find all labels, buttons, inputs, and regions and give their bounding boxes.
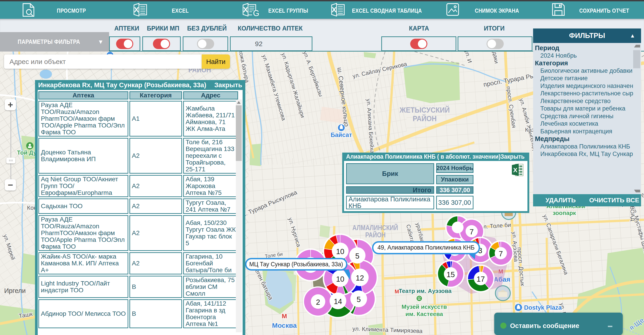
svg-text:X: X [332,6,336,14]
svg-text:зоопарк: зоопарк [552,210,576,216]
svg-text:МЦ Тау Сункар (Розыбакиева, 33: МЦ Тау Сункар (Розыбакиева, 33а) [250,261,343,268]
svg-text:ВОАД: ВОАД [629,206,636,221]
svg-text:им. Кастеева: им. Кастеева [406,310,443,317]
svg-text:G: G [253,9,259,17]
svg-text:10: 10 [336,275,344,283]
svg-text:10: 10 [336,247,344,256]
svg-text:5: 5 [357,295,361,303]
svg-text:12: 12 [356,274,364,282]
svg-text:Театр им. Ауэзова: Театр им. Ауэзова [399,287,452,294]
svg-text:РАЙОН: РАЙОН [365,231,386,239]
svg-text:Dostyk Plaza: Dostyk Plaza [524,304,562,311]
svg-text:7: 7 [499,249,503,258]
svg-text:49, Алиакпарова Поликлиника КН: 49, Алиакпарова Поликлиника КНБ [378,244,474,251]
svg-text:X: X [134,6,139,14]
svg-text:Байсат: Байсат [331,132,352,138]
svg-text:М: М [282,313,287,320]
svg-text:X: X [513,167,518,174]
svg-text:7: 7 [470,228,474,236]
svg-text:Музей искусств: Музей искусств [402,303,447,310]
svg-text:Москва: Москва [272,322,297,329]
svg-text:X: X [243,6,248,14]
svg-text:АЛМАЛИНСКИЙ: АЛМАЛИНСКИЙ [352,224,398,232]
svg-text:РАЙОН: РАЙОН [413,114,437,123]
svg-text:5: 5 [355,252,360,260]
svg-text:2: 2 [316,298,320,306]
svg-text:ЖЕТЫСУСКИЙ: ЖЕТЫСУСКИЙ [399,106,450,114]
svg-text:Иргели: Иргели [4,287,26,294]
svg-text:15: 15 [446,270,455,279]
svg-text:17: 17 [476,275,485,283]
svg-text:14: 14 [334,297,342,306]
